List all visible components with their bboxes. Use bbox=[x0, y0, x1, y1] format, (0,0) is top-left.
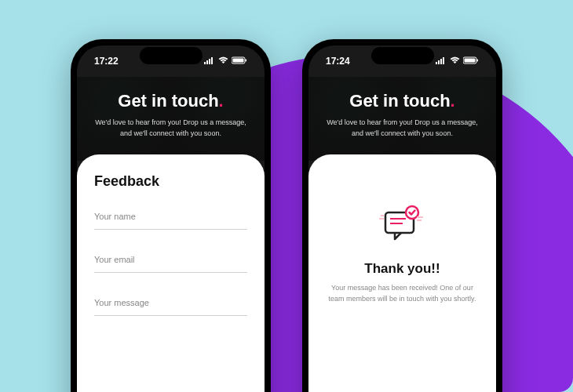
page-subtitle: We'd love to hear from you! Drop us a me… bbox=[93, 118, 249, 139]
svg-rect-6 bbox=[246, 60, 247, 62]
wifi-icon bbox=[218, 56, 228, 67]
status-time: 17:22 bbox=[94, 56, 119, 67]
hero-section: Get in touch. We'd love to hear from you… bbox=[77, 77, 265, 161]
battery-icon bbox=[232, 56, 247, 67]
name-field[interactable] bbox=[94, 204, 247, 230]
page-subtitle: We'd love to hear from you! Drop us a me… bbox=[324, 118, 480, 139]
signal-icon bbox=[204, 56, 215, 67]
svg-rect-0 bbox=[204, 62, 206, 64]
status-time: 17:24 bbox=[326, 56, 350, 67]
feedback-sheet: Feedback Submit bbox=[77, 154, 265, 392]
svg-rect-2 bbox=[209, 59, 210, 64]
svg-rect-7 bbox=[436, 62, 437, 64]
phone-frame-feedback: 17:22 Get in touch. We'd love to hear fr… bbox=[71, 39, 271, 392]
form-heading: Feedback bbox=[94, 173, 247, 190]
svg-rect-8 bbox=[438, 60, 440, 64]
email-field[interactable] bbox=[94, 247, 247, 273]
confirm-body: Your message has been received! One of o… bbox=[326, 283, 479, 304]
svg-rect-9 bbox=[440, 59, 442, 64]
hero-section: Get in touch. We'd love to hear from you… bbox=[308, 77, 496, 161]
svg-rect-1 bbox=[206, 60, 208, 64]
svg-rect-12 bbox=[465, 59, 476, 63]
dynamic-island bbox=[371, 47, 434, 64]
chat-done-icon bbox=[379, 205, 426, 247]
message-field[interactable] bbox=[94, 290, 247, 316]
svg-rect-3 bbox=[211, 57, 213, 64]
confirm-heading: Thank you!! bbox=[364, 261, 440, 277]
page-title: Get in touch. bbox=[324, 91, 480, 111]
signal-icon bbox=[436, 56, 447, 67]
battery-icon bbox=[463, 56, 479, 67]
svg-rect-10 bbox=[443, 57, 444, 64]
phone-frame-thankyou: 17:24 Get in touch. We'd love to hear fr… bbox=[302, 39, 502, 392]
page-title: Get in touch. bbox=[93, 91, 249, 111]
svg-rect-5 bbox=[233, 59, 244, 63]
dynamic-island bbox=[140, 47, 203, 64]
wifi-icon bbox=[450, 56, 460, 67]
confirm-sheet: Thank you!! Your message has been receiv… bbox=[308, 154, 496, 392]
svg-rect-13 bbox=[477, 60, 479, 62]
